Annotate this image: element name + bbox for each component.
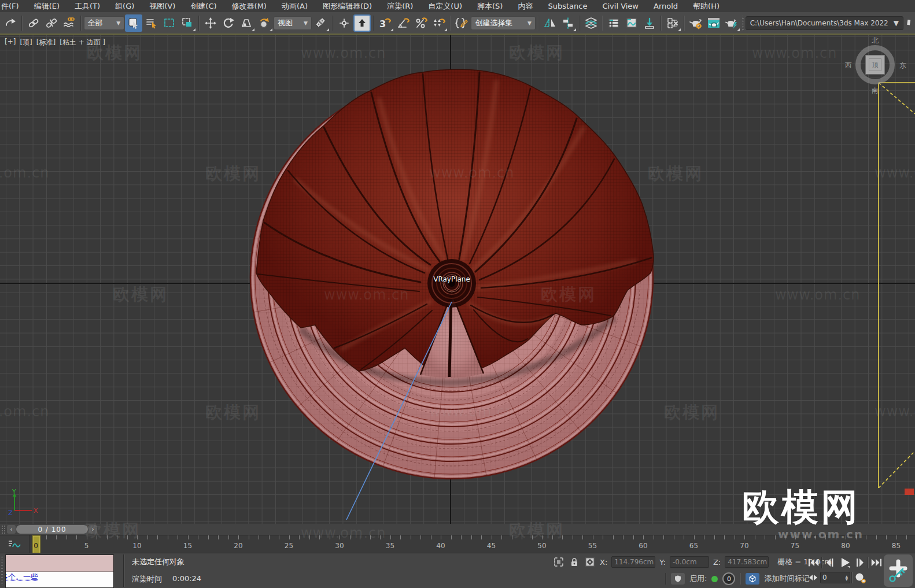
viewport-top[interactable]: [+] [顶] [标准] [粘土 + 边面 ] VRayPlane 顶 北 南 … [0,35,915,524]
z-coordinate-field[interactable]: 417.583cm [725,556,769,568]
vrayplane-gizmo[interactable] [879,83,915,488]
menu-modifiers[interactable]: 修改器(M) [224,0,274,12]
rectangular-selection-region-icon[interactable] [161,14,178,32]
toolbar-grip[interactable] [741,16,744,31]
go-to-start-button[interactable] [807,556,820,569]
menu-tools[interactable]: 工具(T) [67,0,108,12]
project-folder-field[interactable]: C:\Users\Han\Documents\3ds Max 2022▼ [746,16,903,30]
viewport-pov-menu[interactable]: [顶] [20,38,32,47]
vrayplane-object[interactable] [250,69,654,479]
divider [740,573,741,585]
spinner-snap-toggle-icon[interactable] [430,14,448,32]
compass-west-label[interactable]: 西 [845,61,852,71]
play-button[interactable] [837,556,853,569]
compass-north-label[interactable]: 北 [872,36,879,46]
menu-file[interactable]: 件(F) [0,0,27,12]
add-time-tag-icon[interactable] [746,573,759,585]
layer-manager-icon[interactable] [605,14,622,32]
use-pivot-center-icon[interactable] [312,14,330,32]
menu-content[interactable]: 内容 [510,0,540,12]
scene-converter-icon[interactable] [664,14,681,32]
time-slider-grip[interactable] [1,525,5,534]
viewport-render-preset-menu[interactable]: [标准] [36,38,56,47]
previous-frame-arrow[interactable]: ‹ [7,525,16,534]
reference-coordinate-system-dropdown[interactable]: 视图▼ [274,16,312,30]
isolate-selection-icon[interactable] [553,556,565,568]
edit-named-selection-sets-icon[interactable] [453,14,470,32]
menu-arnold[interactable]: Arnold [646,0,685,12]
compass-south-label[interactable]: 南 [872,86,879,95]
menu-civil-view[interactable]: Civil View [595,0,646,12]
select-and-manipulate-icon[interactable] [335,14,353,32]
select-and-rotate-icon[interactable] [220,14,237,32]
frame-spinner[interactable]: ▲▼ [845,575,848,580]
object-name-label: VRayPlane [416,275,488,283]
selection-filter-dropdown[interactable]: 全部▼ [84,16,125,30]
menu-rendering[interactable]: 渲染(R) [379,0,420,12]
viewcube[interactable]: 顶 北 南 西 东 [852,42,898,88]
x-coordinate-field[interactable]: 114.796cm [611,556,655,568]
render-time-label: 渲染时间 [132,574,162,585]
select-object-button[interactable] [125,14,142,32]
y-coordinate-field[interactable]: -0.0cm [670,556,709,568]
selection-lock-icon[interactable] [569,556,580,568]
listener-macro-pane[interactable] [6,555,113,572]
next-frame-arrow[interactable]: › [88,525,97,534]
percent-snap-toggle-icon[interactable] [412,14,430,32]
angle-snap-toggle-icon[interactable] [394,14,412,32]
key-mode-toggle[interactable] [807,571,819,585]
menu-animation[interactable]: 动画(A) [274,0,315,12]
render-production-icon[interactable] [723,14,740,32]
time-configuration-icon[interactable] [854,571,866,585]
notification-bell-icon[interactable] [904,14,913,32]
align-icon[interactable] [559,14,577,32]
select-link-icon[interactable] [25,14,42,32]
menu-scripting[interactable]: 脚本(S) [470,0,510,12]
next-frame-button[interactable] [854,556,866,569]
separator [579,16,580,31]
select-and-place-icon[interactable] [256,14,273,32]
current-frame-field[interactable]: 0 ▲▼ [820,572,850,583]
select-by-name-icon[interactable] [143,14,160,32]
window-crossing-toggle-icon[interactable] [179,14,196,32]
toggle-layer-explorer-icon[interactable] [582,14,600,32]
compass-east-label[interactable]: 东 [899,61,906,71]
viewport-general-menu[interactable]: [+] [5,38,16,47]
notification-count-badge[interactable]: 0 [722,572,735,585]
trackbar-ruler[interactable]: 0510152025303540455055606570758085 [29,535,915,553]
curve-editor-icon[interactable] [623,14,640,32]
viewport-shading-menu[interactable]: [粘土 + 边面 ] [60,38,105,47]
menu-graph-editors[interactable]: 图形编辑器(D) [315,0,379,12]
mirror-icon[interactable] [541,14,559,32]
redo-icon[interactable] [2,14,19,32]
viewcube-top-face[interactable]: 顶 [865,55,885,75]
select-and-scale-icon[interactable] [238,14,255,32]
menu-group[interactable]: 组(G) [108,0,142,12]
rendered-frame-window-icon[interactable] [705,14,722,32]
mini-curve-editor-button[interactable] [0,535,29,553]
material-editor-icon[interactable] [641,14,658,32]
unlink-icon[interactable] [43,14,60,32]
time-slider-handle[interactable]: 0 / 100 [16,525,88,534]
menu-views[interactable]: 视图(V) [142,0,183,12]
go-to-end-button[interactable] [870,556,883,569]
keyboard-shortcut-override-toggle[interactable] [353,14,371,32]
listener-output-pane[interactable]: 多个。一些 [6,572,113,587]
snap-toggle-3d-icon[interactable]: 3 [377,14,394,32]
menu-edit[interactable]: 编辑(E) [27,0,67,12]
render-setup-icon[interactable] [687,14,704,32]
menu-create[interactable]: 创建(C) [183,0,224,12]
separator [332,16,333,31]
select-and-move-icon[interactable] [202,14,219,32]
menu-substance[interactable]: Substance [540,0,595,12]
set-key-button[interactable] [884,554,913,587]
previous-frame-button[interactable] [824,556,836,569]
add-time-tag-label[interactable]: 添加时间标记 [764,574,809,584]
absolute-mode-transform-icon[interactable] [584,556,596,568]
maxscript-mini-listener[interactable]: 多个。一些 [5,554,114,588]
scene-script-safety-icon[interactable] [671,573,685,585]
menu-help[interactable]: 帮助(H) [685,0,727,12]
named-selection-sets-dropdown[interactable]: 创建选择集▼ [471,16,536,30]
bind-spacewarp-icon[interactable] [61,14,78,32]
menu-customize[interactable]: 自定义(U) [420,0,470,12]
